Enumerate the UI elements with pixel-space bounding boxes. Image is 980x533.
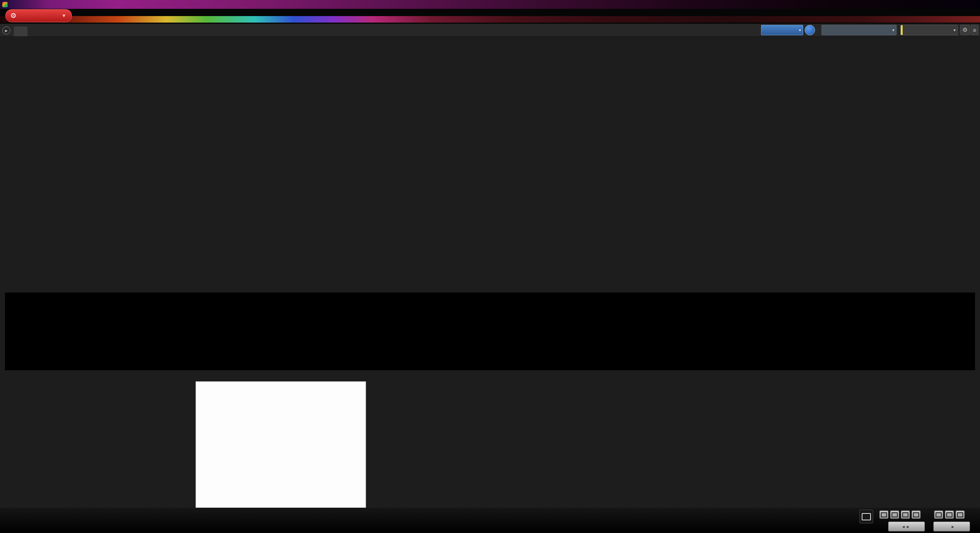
rainbow-strip (0, 16, 980, 23)
pattern-bar: ◄◄ ► (0, 508, 980, 533)
menu-icon: ≡ (973, 27, 977, 33)
pattern-tool-button-1[interactable] (879, 510, 889, 519)
cie-chromaticity-chart (196, 382, 365, 507)
grayscale-swatch-strip (5, 293, 975, 370)
screen-icon (946, 512, 952, 517)
screen-icon (913, 512, 919, 517)
gamma-log-chart (599, 57, 980, 262)
chevron-right-icon: ► (4, 28, 8, 33)
chevron-down-icon: ▾ (892, 28, 896, 32)
screen-icon (936, 512, 942, 517)
pattern-window-button[interactable] (859, 510, 873, 523)
chevron-down-icon: ▾ (799, 28, 803, 32)
window-titlebar (0, 0, 980, 9)
next-arrow-icon: ► (951, 525, 955, 529)
back-arrows-icon: ◄◄ (902, 525, 909, 529)
tab-bar: ► ▾ ▾ ▾ ⚙ ≡ (0, 24, 980, 37)
screen-icon (902, 512, 908, 517)
workflow-tool-button-3[interactable] (956, 510, 965, 519)
workflow-tool-button-1[interactable] (934, 510, 943, 519)
menu-band: ⚙ ▼ (0, 9, 980, 24)
pattern-tool-button-4[interactable] (911, 510, 921, 519)
meter-device-button[interactable]: ▾ (761, 25, 803, 35)
layout-menu-button[interactable]: ≡ (971, 25, 978, 35)
pattern-source-button[interactable]: ▾ (822, 25, 897, 35)
app-icon (2, 2, 8, 7)
screen-icon (881, 512, 887, 517)
pattern-window-icon (862, 513, 871, 520)
workflow-tool-button-2[interactable] (945, 510, 954, 519)
meter-badge-icon (805, 25, 815, 35)
chevron-down-icon: ▾ (954, 28, 957, 32)
back-button[interactable]: ◄◄ (888, 522, 925, 531)
tab-history-1[interactable] (14, 26, 28, 36)
next-button[interactable]: ► (933, 522, 970, 531)
calman-logo-icon: ⚙ (10, 11, 16, 20)
calman-menu-button[interactable]: ⚙ ▼ (5, 9, 72, 22)
pattern-tool-button-3[interactable] (901, 510, 910, 519)
rgb-balance-chart (229, 57, 602, 262)
history-nav-button[interactable]: ► (2, 26, 10, 34)
screen-icon (892, 512, 898, 517)
actual-row-label (152, 299, 160, 325)
chevron-down-icon: ▼ (62, 13, 66, 18)
target-row-label (152, 327, 160, 353)
display-control-button[interactable]: ▾ (900, 25, 958, 35)
settings-button[interactable]: ⚙ (960, 25, 970, 35)
display-status-bar (901, 25, 903, 35)
calman-app: ⚙ ▼ ► ▾ ▾ ▾ ⚙ ≡ (0, 0, 980, 533)
gear-icon: ⚙ (962, 26, 967, 33)
screen-icon (957, 512, 963, 517)
cie-chart-panel (196, 381, 366, 508)
pattern-tool-button-2[interactable] (890, 510, 899, 519)
deltae-bar-chart (6, 96, 228, 264)
